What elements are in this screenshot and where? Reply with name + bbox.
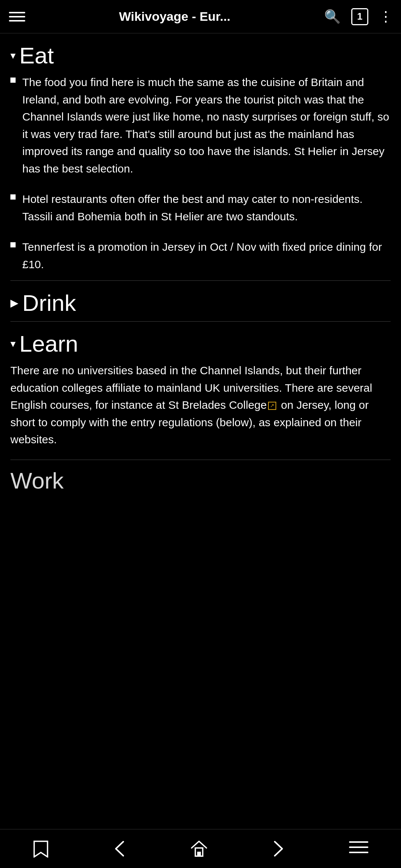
list-item: Tennerfest is a promotion in Jersey in O… [10,239,391,273]
external-link-icon[interactable] [268,402,276,410]
back-icon [114,840,125,857]
svg-rect-5 [363,852,368,853]
drink-section-header[interactable]: ▶ Drink [10,280,391,321]
learn-arrow: ▾ [10,338,16,350]
bullet-icon [10,78,16,83]
nav-menu-icon [349,841,368,856]
list-item: Hotel restaurants often offer the best a… [10,191,391,225]
back-button[interactable] [107,836,132,861]
nav-menu-button[interactable] [342,838,376,860]
main-content: ▾ Eat The food you find here is much the… [0,33,401,829]
learn-section-header[interactable]: ▾ Learn [10,321,391,362]
eat-arrow: ▾ [10,49,16,62]
eat-section-header[interactable]: ▾ Eat [10,33,391,74]
page-title: Wikivoyage - Eur... [33,9,317,24]
forward-icon [273,840,284,857]
work-title: Work [10,468,64,493]
bullet-icon [10,242,16,247]
bookmark-button[interactable] [25,836,56,861]
more-options-icon[interactable]: ⋮ [379,9,392,25]
bottom-nav [0,829,401,868]
bullet-icon [10,194,16,200]
eat-bullet-1: The food you find here is much the same … [22,74,391,177]
home-button[interactable] [183,836,215,861]
eat-content: The food you find here is much the same … [10,74,391,280]
bookmark-icon [33,840,49,858]
eat-bullet-3: Tennerfest is a promotion in Jersey in O… [22,239,391,273]
tab-count-badge[interactable]: 1 [351,8,368,25]
drink-title: Drink [22,290,76,316]
learn-content: There are no universities based in the C… [10,362,391,460]
svg-rect-3 [349,846,368,848]
eat-title: Eat [19,42,54,69]
eat-bullet-2: Hotel restaurants often offer the best a… [22,191,391,225]
search-icon[interactable]: 🔍 [324,9,341,24]
menu-button[interactable] [9,12,25,22]
topbar: Wikivoyage - Eur... 🔍 1 ⋮ [0,0,401,33]
forward-button[interactable] [266,836,291,861]
svg-rect-2 [349,841,368,843]
learn-title: Learn [19,331,78,357]
list-item: The food you find here is much the same … [10,74,391,177]
drink-arrow: ▶ [10,297,19,309]
svg-rect-1 [197,852,201,856]
work-section-header[interactable]: Work [10,460,391,497]
home-icon [190,840,208,858]
topbar-icons: 🔍 1 ⋮ [324,8,392,25]
